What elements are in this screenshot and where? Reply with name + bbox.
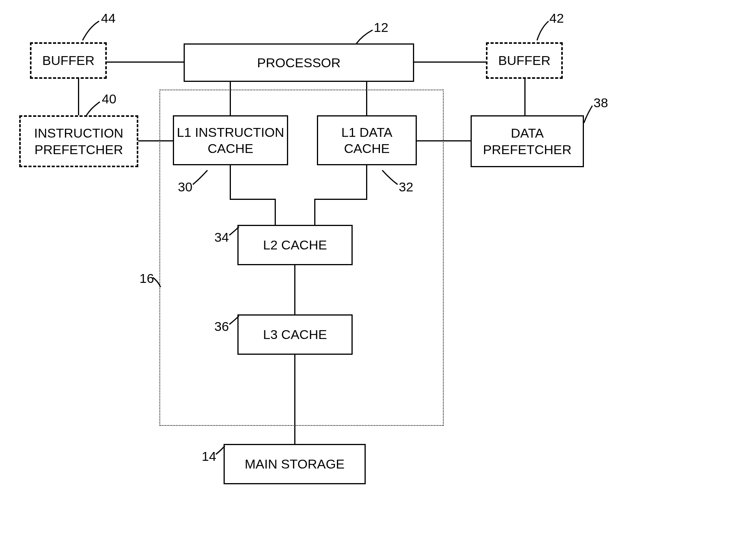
- wire: [314, 199, 315, 225]
- wire: [417, 140, 471, 141]
- instruction-prefetcher-box: INSTRUCTION PREFETCHER: [19, 115, 138, 167]
- wire: [230, 165, 231, 200]
- buffer-left-text: BUFFER: [42, 52, 94, 69]
- l2-cache-text: L2 CACHE: [263, 237, 327, 253]
- processor-box: PROCESSOR: [184, 43, 414, 82]
- ref-l2: 34: [214, 230, 229, 245]
- buffer-right-box: BUFFER: [486, 42, 563, 79]
- l3-cache-text: L3 CACHE: [263, 326, 327, 343]
- ref-l1-instr: 30: [178, 179, 192, 194]
- main-storage-text: MAIN STORAGE: [245, 456, 345, 472]
- ref-l3: 36: [214, 319, 229, 334]
- ref-instr-prefetcher: 40: [102, 91, 116, 106]
- ref-processor: 12: [374, 20, 388, 35]
- ref-buffer-left: 44: [101, 11, 116, 26]
- l1-data-cache-box: L1 DATA CACHE: [317, 115, 417, 165]
- main-storage-box: MAIN STORAGE: [224, 444, 366, 484]
- diagram-stage: PROCESSOR BUFFER BUFFER INSTRUCTION PREF…: [0, 0, 756, 540]
- data-prefetcher-text: DATA PREFETCHER: [483, 125, 571, 158]
- instruction-prefetcher-text: INSTRUCTION PREFETCHER: [34, 125, 123, 158]
- processor-text: PROCESSOR: [257, 55, 340, 71]
- wire: [230, 199, 276, 200]
- wire: [366, 82, 367, 115]
- l1-data-cache-text: L1 DATA CACHE: [342, 124, 393, 157]
- wire: [294, 355, 295, 444]
- l1-instruction-cache-text: L1 INSTRUCTION CACHE: [177, 124, 284, 157]
- l2-cache-box: L2 CACHE: [237, 225, 353, 265]
- data-prefetcher-box: DATA PREFETCHER: [471, 115, 584, 167]
- wire: [107, 61, 184, 63]
- wire: [314, 199, 367, 200]
- buffer-right-text: BUFFER: [498, 52, 550, 69]
- wire: [275, 199, 276, 225]
- wire: [366, 165, 367, 200]
- ref-buffer-right: 42: [549, 11, 564, 26]
- wire: [230, 82, 231, 115]
- ref-cache-group: 16: [139, 271, 154, 286]
- ref-main-storage: 14: [202, 449, 216, 464]
- ref-l1-data: 32: [399, 179, 413, 194]
- wire: [138, 140, 173, 141]
- wire: [524, 79, 526, 115]
- wire: [78, 79, 79, 115]
- wire: [294, 265, 295, 314]
- ref-data-prefetcher: 38: [594, 95, 608, 110]
- l1-instruction-cache-box: L1 INSTRUCTION CACHE: [173, 115, 288, 165]
- buffer-left-box: BUFFER: [30, 42, 107, 79]
- l3-cache-box: L3 CACHE: [237, 314, 353, 355]
- wire: [414, 61, 486, 63]
